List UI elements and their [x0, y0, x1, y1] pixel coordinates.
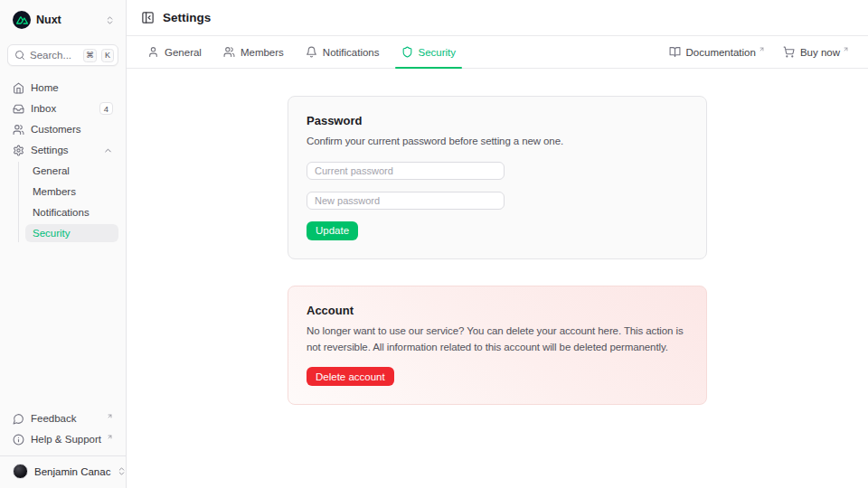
page-header: Settings	[127, 0, 868, 36]
external-link-icon	[759, 46, 765, 52]
tab-label: General	[165, 47, 202, 58]
sidebar-item-help-support[interactable]: Help & Support	[7, 430, 118, 448]
external-link-icon	[107, 434, 113, 440]
message-circle-icon	[13, 413, 24, 425]
sidebar-item-members[interactable]: Members	[25, 183, 118, 201]
sidebar-item-label: Notifications	[33, 207, 113, 218]
sidebar-item-security[interactable]: Security	[25, 224, 118, 242]
home-icon	[13, 82, 24, 94]
sidebar-item-label: Members	[33, 186, 113, 197]
search-icon	[14, 50, 25, 61]
new-password-input[interactable]	[307, 192, 505, 210]
header-actions: Documentation Buy now	[665, 36, 854, 68]
sidebar-item-label: General	[33, 165, 113, 176]
chevron-up-icon	[103, 145, 113, 155]
delete-account-button[interactable]: Delete account	[307, 367, 394, 386]
buy-now-label: Buy now	[800, 47, 840, 58]
inbox-count-badge: 4	[99, 102, 113, 115]
divider	[0, 455, 126, 456]
password-card: Password Confirm your current password b…	[288, 96, 707, 259]
tab-bar: General Members Notifications Security	[127, 36, 868, 69]
tab-label: Members	[241, 47, 284, 58]
avatar	[13, 464, 28, 479]
sidebar-item-feedback[interactable]: Feedback	[7, 409, 118, 427]
search-placeholder: Search...	[30, 50, 79, 61]
sidebar-item-label: Help & Support	[31, 434, 103, 445]
documentation-button[interactable]: Documentation	[665, 42, 769, 61]
sidebar-spacer	[7, 242, 118, 409]
tab-label: Notifications	[323, 47, 380, 58]
sidebar-item-general[interactable]: General	[25, 162, 118, 180]
sidebar-item-label: Home	[31, 82, 113, 93]
sidebar-nav: Home Inbox 4 Customers Settings	[7, 79, 118, 242]
sidebar-item-inbox[interactable]: Inbox 4	[7, 99, 118, 117]
book-open-icon	[669, 46, 681, 58]
update-password-button[interactable]: Update	[307, 221, 358, 240]
settings-subnav: General Members Notifications Security	[18, 162, 118, 242]
documentation-label: Documentation	[686, 47, 756, 58]
page-title: Settings	[163, 11, 211, 24]
sidebar-item-settings[interactable]: Settings	[7, 141, 118, 159]
sidebar-item-label: Inbox	[31, 103, 93, 114]
tab-members[interactable]: Members	[217, 36, 290, 68]
sidebar-item-label: Settings	[31, 145, 97, 155]
sidebar-item-label: Feedback	[31, 413, 103, 424]
account-card: Account No longer want to use our servic…	[288, 286, 707, 406]
chevrons-up-down-icon[interactable]	[105, 15, 115, 25]
external-link-icon	[107, 413, 113, 419]
user-icon	[147, 46, 159, 58]
kbd-meta: ⌘	[83, 49, 97, 62]
chevrons-up-down-icon	[117, 466, 127, 476]
nuxt-logo	[13, 11, 31, 29]
gear-icon	[13, 145, 24, 156]
tab-notifications[interactable]: Notifications	[299, 36, 386, 68]
settings-security-content: Password Confirm your current password b…	[127, 69, 868, 488]
tab-general[interactable]: General	[141, 36, 208, 68]
current-password-input[interactable]	[307, 162, 505, 180]
main-panel: Settings General Members Notifications	[127, 0, 868, 488]
user-menu[interactable]: Benjamin Canac	[7, 462, 118, 481]
account-card-description: No longer want to use our service? You c…	[307, 324, 688, 356]
user-name: Benjamin Canac	[34, 466, 110, 477]
inbox-icon	[13, 103, 24, 115]
sidebar-footer: Feedback Help & Support	[7, 409, 118, 448]
users-icon	[13, 124, 24, 136]
password-card-description: Confirm your current password before set…	[307, 134, 688, 150]
info-circle-icon	[13, 434, 24, 446]
password-card-title: Password	[307, 114, 688, 127]
workspace-name: Nuxt	[36, 14, 99, 26]
external-link-icon	[843, 46, 849, 52]
workspace-switcher[interactable]: Nuxt	[7, 9, 118, 31]
panel-collapse-icon[interactable]	[141, 11, 155, 24]
tab-security[interactable]: Security	[395, 36, 463, 68]
sidebar: Nuxt Search... ⌘ K Home Inbox 4	[0, 0, 127, 488]
sidebar-item-customers[interactable]: Customers	[7, 120, 118, 138]
sidebar-item-notifications[interactable]: Notifications	[25, 203, 118, 221]
tabs: General Members Notifications Security	[141, 36, 462, 68]
users-icon	[223, 46, 235, 58]
bell-icon	[306, 46, 317, 58]
sidebar-item-home[interactable]: Home	[7, 79, 118, 97]
account-card-title: Account	[307, 304, 688, 317]
buy-now-button[interactable]: Buy now	[778, 42, 854, 61]
sidebar-item-label: Customers	[31, 124, 113, 135]
shield-icon	[401, 46, 413, 58]
kbd-k: K	[101, 49, 114, 62]
shopping-cart-icon	[783, 46, 795, 58]
sidebar-item-label: Security	[33, 228, 113, 239]
search-input[interactable]: Search... ⌘ K	[7, 44, 118, 66]
tab-label: Security	[419, 47, 457, 58]
